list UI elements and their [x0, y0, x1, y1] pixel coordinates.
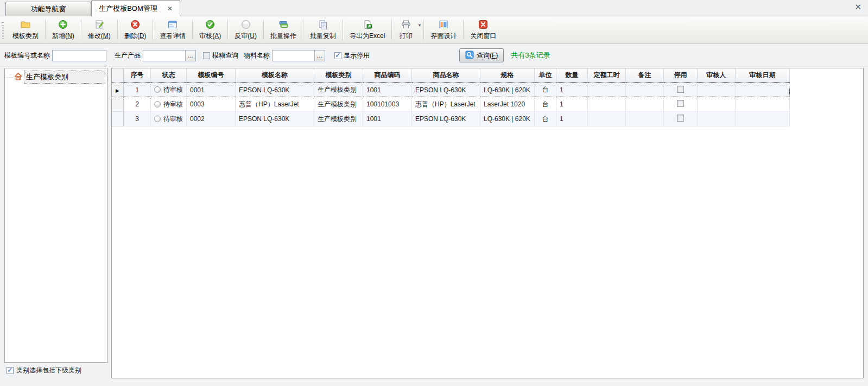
col-header-status[interactable]: 状态	[151, 68, 187, 83]
cell-auditor[interactable]	[698, 97, 736, 112]
cell-template_name[interactable]: EPSON LQ-630K	[236, 83, 314, 97]
cell-disabled[interactable]	[664, 83, 698, 97]
cell-unit[interactable]: 台	[535, 97, 556, 112]
cell-status[interactable]: 待审核	[151, 83, 187, 97]
cell-auditor[interactable]	[698, 112, 736, 126]
cell-spec[interactable]: LQ-630K | 620K	[480, 83, 535, 97]
col-header-template_no[interactable]: 模板编号	[187, 68, 236, 83]
row-indicator[interactable]	[112, 97, 124, 112]
cell-product_code[interactable]: 100101003	[363, 97, 412, 112]
fuzzy-query-checkbox[interactable]	[203, 52, 210, 59]
cell-status[interactable]: 待审核	[151, 112, 187, 126]
col-header-seq[interactable]: 序号	[124, 68, 151, 83]
product-filter-label: 生产产品	[115, 51, 141, 60]
col-header-spec[interactable]: 规格	[480, 68, 535, 83]
audit-button[interactable]: 审核(A)	[193, 16, 227, 43]
col-header-auditor[interactable]: 审核人	[698, 68, 736, 83]
toolbar-grip-handle[interactable]	[2, 21, 4, 39]
col-header-product_name[interactable]: 商品名称	[412, 68, 480, 83]
cell-product_name[interactable]: EPSON LQ-630K	[412, 112, 480, 126]
cell-template_name[interactable]: EPSON LQ-630K	[236, 112, 314, 126]
cell-unit[interactable]: 台	[535, 112, 556, 126]
cell-product_name[interactable]: 惠普（HP）LaserJet	[412, 97, 480, 112]
table-row: 3待审核0002EPSON LQ-630K生产模板类别1001EPSON LQ-…	[112, 112, 790, 126]
col-header-product_code[interactable]: 商品编码	[363, 68, 412, 83]
cell-template_category[interactable]: 生产模板类别	[314, 97, 363, 112]
material-filter-input[interactable]	[273, 50, 314, 61]
cell-spec[interactable]: LQ-630K | 620K	[480, 112, 535, 126]
cell-qty[interactable]: 1	[556, 97, 588, 112]
cell-remark[interactable]	[626, 112, 664, 126]
col-header-unit[interactable]: 单位	[535, 68, 556, 83]
tab-bom-management[interactable]: 生产模板BOM管理 ✕	[91, 0, 180, 16]
template-filter-input[interactable]	[52, 50, 106, 61]
cell-remark[interactable]	[626, 83, 664, 97]
cell-template_no[interactable]: 0002	[187, 112, 236, 126]
cell-remark[interactable]	[626, 97, 664, 112]
cell-qty[interactable]: 1	[556, 83, 588, 97]
ui-design-button[interactable]: 界面设计	[425, 16, 462, 43]
cell-spec[interactable]: LaserJet 1020	[480, 97, 535, 112]
cell-seq[interactable]: 3	[124, 112, 151, 126]
cell-template_category[interactable]: 生产模板类别	[314, 83, 363, 97]
delete-button[interactable]: 删除(D)	[118, 16, 153, 43]
cell-unit[interactable]: 台	[535, 83, 556, 97]
cell-quota_hours[interactable]	[588, 112, 626, 126]
cell-template_name[interactable]: 惠普（HP）LaserJet	[236, 97, 314, 112]
cell-template_category[interactable]: 生产模板类别	[314, 112, 363, 126]
disabled-checkbox[interactable]	[677, 86, 684, 93]
cell-template_no[interactable]: 0003	[187, 97, 236, 112]
product-lookup-ellipsis-button[interactable]: …	[185, 50, 195, 61]
col-header-audit_date[interactable]: 审核日期	[736, 68, 790, 83]
batch-copy-button[interactable]: 批量复制	[304, 16, 342, 43]
show-disabled-checkbox[interactable]	[334, 52, 341, 59]
cell-disabled[interactable]	[664, 97, 698, 112]
cell-product_code[interactable]: 1001	[363, 112, 412, 126]
template-category-button[interactable]: 模板类别	[7, 16, 45, 43]
cell-disabled[interactable]	[664, 112, 698, 126]
cell-quota_hours[interactable]	[588, 83, 626, 97]
print-button[interactable]: 打印 ▼	[392, 16, 423, 43]
col-header-template_name[interactable]: 模板名称	[236, 68, 314, 83]
col-header-remark[interactable]: 备注	[626, 68, 664, 83]
cell-quota_hours[interactable]	[588, 97, 626, 112]
row-indicator[interactable]	[112, 112, 124, 126]
modify-button[interactable]: 修改(M)	[82, 16, 117, 43]
col-header-quota_hours[interactable]: 定额工时	[588, 68, 626, 83]
cell-product_code[interactable]: 1001	[363, 83, 412, 97]
include-subcategory-row: 类别选择包括下级类别	[7, 366, 81, 375]
cell-audit_date[interactable]	[736, 112, 790, 126]
cell-seq[interactable]: 1	[124, 83, 151, 97]
tab-close-icon[interactable]: ✕	[167, 5, 173, 12]
unaudit-button[interactable]: 反审(U)	[229, 16, 263, 43]
toolbar-separator	[463, 20, 464, 40]
cell-audit_date[interactable]	[736, 97, 790, 112]
export-excel-button[interactable]: 导出为Excel	[344, 16, 391, 43]
disabled-checkbox[interactable]	[677, 115, 684, 122]
print-dropdown-caret-icon[interactable]: ▼	[417, 23, 421, 27]
cell-audit_date[interactable]	[736, 83, 790, 97]
material-lookup-ellipsis-button[interactable]: …	[314, 50, 325, 61]
tree-item-production-template-category[interactable]: 生产模板类别	[5, 71, 107, 84]
cell-seq[interactable]: 2	[124, 97, 151, 112]
add-button[interactable]: 新增(N)	[46, 16, 80, 43]
col-header-disabled[interactable]: 停用	[664, 68, 698, 83]
cell-template_no[interactable]: 0001	[187, 83, 236, 97]
toolbar-separator	[263, 20, 264, 40]
batch-operation-button[interactable]: 批量操作	[264, 16, 302, 43]
cell-auditor[interactable]	[698, 83, 736, 97]
col-header-qty[interactable]: 数量	[556, 68, 588, 83]
disabled-checkbox[interactable]	[677, 100, 684, 107]
include-subcategory-checkbox[interactable]	[7, 367, 14, 374]
close-window-button[interactable]: 关闭窗口	[464, 16, 502, 43]
query-button[interactable]: 查询(F)	[459, 48, 504, 62]
cell-qty[interactable]: 1	[556, 112, 588, 126]
col-header-template_category[interactable]: 模板类别	[314, 68, 363, 83]
row-indicator[interactable]: ▶	[112, 83, 124, 97]
cell-status[interactable]: 待审核	[151, 97, 187, 112]
cell-product_name[interactable]: EPSON LQ-630K	[412, 83, 480, 97]
view-details-button[interactable]: 查看详情	[154, 16, 192, 43]
tab-function-navigation[interactable]: 功能导航窗	[5, 2, 91, 16]
window-close-button[interactable]: ✕	[854, 3, 861, 11]
product-filter-input[interactable]	[143, 50, 185, 61]
